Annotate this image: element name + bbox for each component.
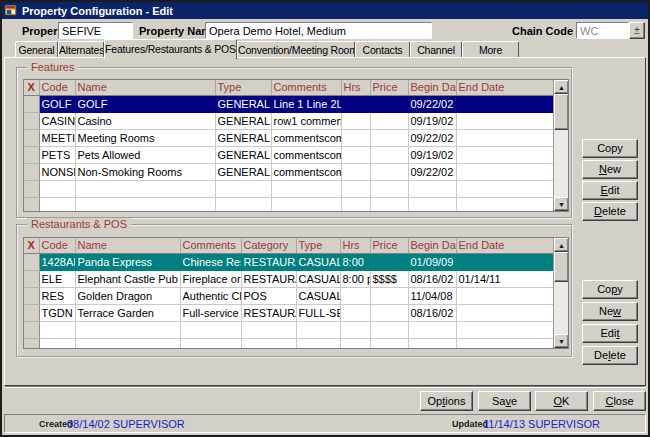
features-scrollbar[interactable]: ▲ ▼	[553, 80, 568, 211]
cell-comments: Line 1 Line 2Line	[271, 95, 341, 112]
cell-end-date	[456, 253, 553, 270]
cell-end-date: 01/14/11	[456, 270, 553, 287]
options-button[interactable]: Options	[420, 391, 473, 411]
cell-end-date	[456, 304, 553, 321]
cell-comments: commentscomme	[271, 146, 341, 163]
cell-name: Pets Allowed	[75, 146, 215, 163]
cell-hrs	[340, 304, 370, 321]
feature-row[interactable]: PETS Pets Allowed GENERAL commentscomme …	[24, 146, 553, 163]
cell-code: RES	[39, 287, 75, 304]
feature-row[interactable]: GOLF GOLF GENERAL Line 1 Line 2Line 09/2…	[24, 95, 553, 112]
property-input[interactable]	[58, 22, 133, 39]
features-delete-button[interactable]: Delete	[582, 202, 638, 221]
cell-type: FULL-SERVICE	[296, 304, 340, 321]
property-configuration-window: Property Configuration - Edit Property P…	[0, 0, 650, 437]
arrow-up-icon: ▲	[558, 242, 565, 249]
restaurants-copy-button[interactable]: Copy	[582, 280, 638, 299]
restaurants-table: X Code Name Comments Category Type Hrs P…	[23, 237, 569, 349]
column-header-x: X	[24, 80, 39, 95]
restaurant-row[interactable]: RES Golden Dragon Authentic Chinese POS …	[24, 287, 553, 304]
cell-code: PETS	[39, 146, 75, 163]
tab-contacts[interactable]: Contacts	[355, 41, 410, 58]
restaurant-row[interactable]: TGDN Terrace Garden Full-service dinin R…	[24, 304, 553, 321]
cell-hrs: 8:00	[340, 253, 370, 270]
restaurant-row[interactable]: 1428AD Panda Express Chinese Restaur RES…	[24, 253, 553, 270]
cell-hrs	[341, 163, 370, 180]
column-header-type: Type	[296, 238, 340, 253]
cell-type: CASUAL	[296, 253, 340, 270]
empty-row	[24, 197, 553, 212]
cell-name: Golden Dragon	[75, 287, 180, 304]
tab-general[interactable]: General	[15, 41, 58, 58]
restaurants-group-label: Restaurants & POS	[27, 218, 131, 230]
chain-code-lov-button[interactable]: ±	[629, 22, 645, 39]
chain-code-label: Chain Code	[512, 25, 573, 37]
scroll-down-button[interactable]: ▼	[554, 334, 569, 348]
cell-type: GENERAL	[215, 146, 271, 163]
column-header-hrs: Hrs	[341, 80, 370, 95]
restaurants-new-button[interactable]: New	[582, 302, 638, 321]
cell-type: CASUAL DINING	[296, 270, 340, 287]
separator-line	[5, 386, 645, 388]
restaurant-row[interactable]: ELE Elephant Castle Pub Fireplace or pat…	[24, 270, 553, 287]
cell-price	[370, 129, 408, 146]
cell-name: Non-Smoking Rooms	[75, 163, 215, 180]
column-header-price: Price	[370, 80, 408, 95]
scroll-thumb[interactable]	[554, 252, 569, 282]
cell-type: GENERAL	[215, 129, 271, 146]
restaurants-scrollbar[interactable]: ▲ ▼	[553, 238, 568, 348]
close-button[interactable]: Close	[593, 391, 646, 411]
cell-category: RESTAURANT	[241, 253, 296, 270]
tab-features-restaurants-pos[interactable]: Features/Restaurants & POS	[104, 39, 237, 59]
column-header-comments: Comments	[180, 238, 241, 253]
tab-channel[interactable]: Channel	[410, 41, 462, 58]
cell-begin-date: 09/22/02	[408, 163, 456, 180]
scroll-down-button[interactable]: ▼	[554, 197, 569, 211]
title-bar[interactable]: Property Configuration - Edit	[2, 2, 648, 19]
scroll-thumb[interactable]	[554, 94, 569, 130]
cell-price	[370, 253, 408, 270]
scroll-up-button[interactable]: ▲	[554, 80, 569, 94]
feature-row[interactable]: NONSMKG Non-Smoking Rooms GENERAL commen…	[24, 163, 553, 180]
cell-comments: row1 comments o	[271, 112, 341, 129]
cell-end-date	[456, 112, 553, 129]
save-button[interactable]: Save	[478, 391, 531, 411]
column-header-type: Type	[215, 80, 271, 95]
cell-begin-date: 01/09/09	[408, 253, 456, 270]
cell-price	[370, 146, 408, 163]
cell-name: Terrace Garden	[75, 304, 180, 321]
cell-comments: Authentic Chinese	[180, 287, 241, 304]
cell-price	[370, 287, 408, 304]
restaurants-delete-button[interactable]: Delete	[582, 346, 638, 365]
cell-begin-date: 09/19/02	[408, 146, 456, 163]
cell-code: 1428AD	[39, 253, 75, 270]
window-title: Property Configuration - Edit	[22, 5, 173, 17]
cell-end-date	[456, 287, 553, 304]
column-header-hrs: Hrs	[340, 238, 370, 253]
cell-code: TGDN	[39, 304, 75, 321]
tab-more[interactable]: More	[462, 41, 519, 58]
cell-category: RESTAURANT	[241, 270, 296, 287]
feature-row[interactable]: MEETING Meeting Rooms GENERAL commentsco…	[24, 129, 553, 146]
column-header-code: Code	[39, 80, 75, 95]
updated-value: 11/14/13 SUPERVISOR	[483, 418, 600, 430]
features-new-button[interactable]: New	[582, 160, 638, 179]
cell-price	[370, 95, 408, 112]
arrow-down-icon: ▼	[558, 338, 565, 345]
cell-hrs	[341, 146, 370, 163]
features-edit-button[interactable]: Edit	[582, 181, 638, 200]
arrow-down-icon: ▼	[558, 201, 565, 208]
tab-alternates[interactable]: Alternates	[58, 41, 104, 58]
tab-convention-meeting-rooms[interactable]: Convention/Meeting Rooms	[237, 41, 355, 58]
cell-type: GENERAL	[215, 112, 271, 129]
property-name-input[interactable]	[205, 22, 432, 39]
cell-hrs	[341, 129, 370, 146]
feature-row[interactable]: CASINO Casino GENERAL row1 comments o 09…	[24, 112, 553, 129]
scroll-up-button[interactable]: ▲	[554, 238, 569, 252]
column-header-name: Name	[75, 238, 180, 253]
cell-price: $$$$	[370, 270, 408, 287]
ok-button[interactable]: OK	[535, 391, 588, 411]
features-copy-button[interactable]: Copy	[582, 139, 638, 158]
cell-category: POS	[241, 287, 296, 304]
restaurants-edit-button[interactable]: Edit	[582, 324, 638, 343]
